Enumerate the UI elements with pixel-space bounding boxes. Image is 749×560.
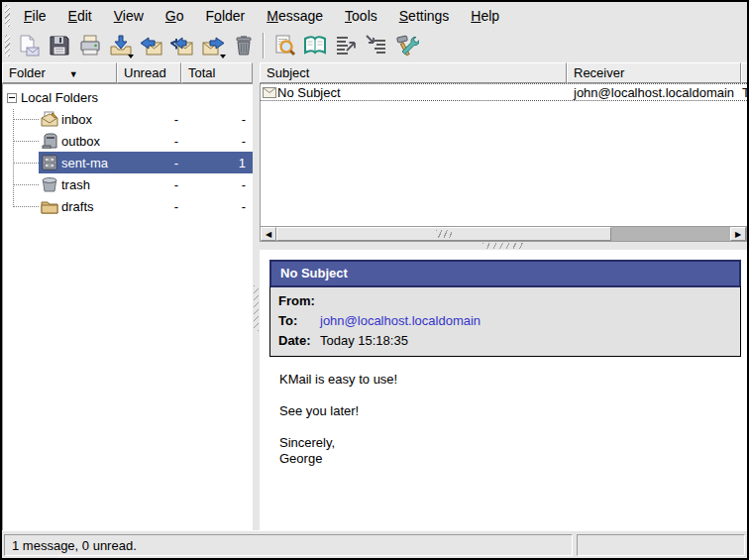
scrollbar-thumb[interactable]: [276, 227, 611, 241]
folder-unread-count: -: [124, 199, 185, 214]
tools-button[interactable]: [391, 31, 422, 61]
toolbar-separator: [263, 33, 265, 58]
message-receiver: john@localhost.localdomain: [568, 85, 742, 100]
folder-row-inbox[interactable]: inbox - -: [3, 108, 253, 130]
toolbar-drag-handle[interactable]: [5, 35, 10, 56]
check-mail-button[interactable]: [105, 31, 136, 61]
body-line: George: [279, 451, 741, 467]
kmail-window: File Edit View Go Folder Message Tools S…: [0, 0, 749, 560]
forward-button[interactable]: [197, 31, 228, 61]
folder-list-header: Folder▼ Unread Total: [2, 62, 253, 83]
folder-total-count: -: [185, 134, 253, 149]
from-label: From:: [278, 293, 320, 309]
body-line: [279, 419, 741, 435]
new-message-icon: [17, 34, 41, 57]
horizontal-splitter-grip[interactable]: [482, 243, 524, 249]
tree-branch-line: [13, 109, 14, 207]
menu-bar: File Edit View Go Folder Message Tools S…: [2, 2, 747, 29]
message-date: Today 15:18:35: [742, 85, 747, 100]
menu-file[interactable]: File: [13, 5, 57, 27]
vertical-splitter-grip[interactable]: [254, 285, 259, 331]
from-row: From:: [270, 291, 740, 311]
status-bar: 1 message, 0 unread.: [2, 530, 747, 558]
preview-subject-bar: No Subject: [269, 260, 741, 285]
tree-branch-stub: [13, 119, 39, 120]
column-header-receiver[interactable]: Receiver: [567, 62, 741, 83]
to-label: To:: [278, 313, 320, 329]
reply-button[interactable]: [136, 31, 166, 61]
message-body: KMail is easy to use! See you later! Sin…: [279, 372, 741, 467]
reply-all-button[interactable]: [166, 31, 197, 61]
main-area: Folder▼ Unread Total Local Folders: [2, 62, 747, 530]
tree-root-local-folders[interactable]: Local Folders: [3, 87, 253, 108]
menu-help[interactable]: Help: [460, 5, 510, 27]
column-header-folder[interactable]: Folder▼: [2, 62, 117, 83]
status-secondary-panel: [577, 534, 745, 556]
create-filter-icon: [334, 34, 358, 57]
folder-row-sent-ma[interactable]: sent-ma - 1: [3, 152, 253, 173]
reply-icon: [140, 34, 163, 57]
horizontal-scrollbar[interactable]: ◀ ▶: [260, 226, 747, 242]
message-panel: Subject Receiver Date No Subject john@lo…: [260, 62, 747, 530]
message-row[interactable]: No Subject john@localhost.localdomain To…: [261, 83, 747, 101]
folder-total-count: 1: [185, 156, 253, 170]
collapse-expander-icon[interactable]: [7, 93, 17, 103]
message-list: No Subject john@localhost.localdomain To…: [260, 83, 747, 226]
folder-name: inbox: [61, 112, 124, 127]
trash-icon: [232, 34, 256, 57]
scroll-right-arrow[interactable]: ▶: [730, 227, 746, 241]
column-header-date[interactable]: Date: [741, 62, 749, 83]
menu-settings[interactable]: Settings: [388, 5, 461, 27]
menu-edit[interactable]: Edit: [57, 5, 103, 27]
new-message-button[interactable]: [13, 31, 44, 61]
folder-name: trash: [61, 177, 124, 192]
folder-panel: Folder▼ Unread Total Local Folders: [2, 62, 253, 530]
date-row: Date: Today 15:18:35: [270, 331, 740, 351]
tree-branch-stub: [13, 206, 39, 207]
folder-row-drafts[interactable]: drafts - -: [3, 195, 253, 217]
read-message-icon: [263, 87, 276, 98]
create-filter-button[interactable]: [330, 31, 361, 61]
trash-button[interactable]: [228, 31, 259, 61]
scroll-left-arrow[interactable]: ◀: [261, 227, 276, 241]
scrollbar-track[interactable]: [611, 227, 730, 241]
folder-total-count: -: [185, 199, 253, 214]
menu-view[interactable]: View: [103, 5, 155, 27]
folder-unread-count: -: [124, 177, 185, 192]
main-toolbar: [2, 29, 747, 62]
menu-go[interactable]: Go: [155, 5, 195, 27]
folder-total-count: -: [185, 177, 253, 192]
to-row: To: john@localhost.localdomain: [270, 311, 740, 331]
folder-row-trash[interactable]: trash - -: [3, 173, 253, 195]
forward-dropdown-caret[interactable]: [220, 55, 226, 58]
message-subject: No Subject: [277, 85, 341, 100]
preview-header-fields: From: To: john@localhost.localdomain Dat…: [269, 285, 741, 357]
body-line: See you later!: [279, 403, 741, 419]
tree-branch-stub: [13, 184, 39, 185]
menu-tools[interactable]: Tools: [334, 5, 388, 27]
check-mail-dropdown-caret[interactable]: [128, 55, 134, 58]
tools-icon: [395, 34, 419, 57]
address-book-button[interactable]: [299, 31, 330, 61]
vertical-splitter[interactable]: [253, 62, 260, 530]
from-value: [320, 293, 732, 309]
menu-folder[interactable]: Folder: [195, 5, 257, 27]
menu-message[interactable]: Message: [256, 5, 334, 27]
menubar-drag-handle[interactable]: [5, 5, 10, 27]
to-address-link[interactable]: john@localhost.localdomain: [320, 313, 732, 329]
horizontal-splitter[interactable]: [260, 242, 747, 250]
print-button[interactable]: [74, 31, 105, 61]
address-book-icon: [303, 34, 327, 57]
sort-descending-icon: ▼: [69, 69, 78, 79]
apply-filters-button[interactable]: [361, 31, 391, 61]
search-messages-button[interactable]: [268, 31, 299, 61]
reply-all-icon: [170, 34, 194, 57]
sent-drawer-icon: [41, 155, 58, 170]
column-header-unread[interactable]: Unread: [117, 62, 181, 83]
outbox-icon: [41, 133, 58, 149]
column-header-total[interactable]: Total: [181, 62, 253, 83]
save-button[interactable]: [44, 31, 74, 61]
column-header-subject[interactable]: Subject: [260, 62, 567, 83]
folder-row-outbox[interactable]: outbox - -: [3, 130, 253, 152]
scrollbar-thumb-grip: [436, 230, 452, 238]
